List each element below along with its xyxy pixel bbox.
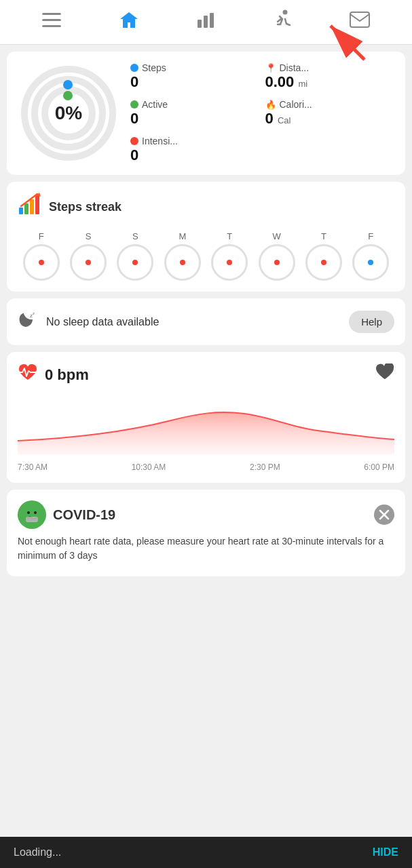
sleep-text: No sleep data available — [46, 316, 341, 328]
streak-title: Steps streak — [49, 200, 121, 214]
svg-point-22 — [34, 511, 37, 514]
streak-day-1: S — [70, 231, 107, 281]
bottom-bar: Loading... HIDE — [0, 837, 412, 868]
hr-header: 0 bpm — [18, 363, 394, 387]
distance-value: 0.00 — [265, 73, 295, 90]
intensity-value: 0 — [130, 146, 260, 164]
heart-rate-card: 0 bpm 7:30 AM 10:30 AM 2:30 PM 6:00 PM — [7, 352, 405, 483]
top-nav — [0, 0, 412, 45]
steps-dot — [130, 64, 138, 72]
svg-rect-14 — [24, 203, 29, 214]
intensity-dot — [130, 137, 138, 145]
hr-time-1: 7:30 AM — [18, 462, 48, 472]
home-icon[interactable] — [119, 10, 139, 34]
streak-day-6: T — [305, 231, 342, 281]
covid-icon — [18, 500, 46, 529]
favorite-heart-icon[interactable] — [375, 363, 394, 386]
loading-text: Loading... — [14, 846, 61, 859]
streak-day-0: F — [23, 231, 60, 281]
covid-close-button[interactable] — [374, 505, 394, 525]
hr-left: 0 bpm — [18, 363, 89, 387]
hr-time-2: 10:30 AM — [132, 462, 166, 472]
calories-label: Calori... — [280, 99, 312, 110]
svg-point-6 — [283, 10, 288, 15]
svg-rect-7 — [350, 12, 369, 27]
svg-rect-15 — [30, 199, 34, 214]
active-dot — [130, 100, 138, 108]
calories-icon: 🔥 — [265, 100, 276, 110]
covid-card: COVID-19 Not enough heart rate data, ple… — [7, 490, 405, 576]
chart-icon[interactable] — [196, 10, 215, 34]
svg-rect-2 — [42, 25, 61, 27]
streak-day-5: W — [259, 231, 295, 281]
distance-unit: mi — [298, 79, 307, 89]
intensity-label: Intensi... — [142, 136, 178, 146]
sleep-icon: z z — [18, 309, 38, 334]
activity-card: 0% Steps 0 📍 Dista... 0.00 mi Active — [7, 52, 405, 175]
svg-rect-0 — [42, 13, 61, 15]
distance-label: Dista... — [280, 62, 310, 73]
streak-days: F S S M T W — [18, 231, 394, 281]
active-label: Active — [142, 99, 168, 110]
svg-rect-1 — [42, 19, 61, 21]
streak-header: Steps streak — [18, 193, 394, 222]
sleep-card: z z No sleep data available Help — [7, 298, 405, 345]
streak-day-4: T — [211, 231, 248, 281]
svg-rect-3 — [198, 20, 202, 28]
svg-rect-16 — [35, 195, 39, 214]
mail-icon[interactable] — [350, 12, 370, 33]
hr-time-3: 2:30 PM — [250, 462, 280, 472]
svg-rect-4 — [204, 16, 208, 28]
menu-icon[interactable] — [42, 12, 61, 33]
hr-time-4: 6:00 PM — [364, 462, 394, 472]
intensity-stat: Intensi... 0 — [130, 136, 260, 164]
steps-value: 0 — [130, 73, 260, 91]
activity-percent: 0% — [55, 102, 82, 124]
svg-point-21 — [27, 511, 30, 514]
covid-title-row: COVID-19 — [18, 500, 115, 529]
progress-ring-container: 0% — [18, 62, 119, 164]
calories-unit: Cal — [278, 115, 291, 125]
svg-rect-13 — [19, 208, 23, 214]
hide-button[interactable]: HIDE — [373, 846, 398, 859]
streak-day-3: M — [164, 231, 201, 281]
distance-icon: 📍 — [265, 63, 276, 73]
steps-label: Steps — [142, 62, 166, 73]
hr-chart — [18, 393, 394, 454]
streak-day-7: F — [352, 231, 389, 281]
covid-header: COVID-19 — [18, 500, 394, 529]
hr-times: 7:30 AM 10:30 AM 2:30 PM 6:00 PM — [18, 462, 394, 472]
hr-value: 0 bpm — [45, 366, 89, 384]
svg-text:z: z — [33, 311, 35, 315]
distance-stat: 📍 Dista... 0.00 mi — [265, 62, 395, 91]
steps-streak-card: Steps streak F S S M T — [7, 182, 405, 292]
steps-stat: Steps 0 — [130, 62, 260, 91]
streak-icon — [18, 193, 42, 222]
run-icon[interactable] — [273, 9, 292, 35]
active-value: 0 — [130, 110, 260, 127]
heart-rate-icon — [18, 363, 38, 387]
calories-value: 0 — [265, 110, 274, 127]
covid-title: COVID-19 — [53, 507, 115, 523]
svg-rect-5 — [210, 13, 214, 28]
help-button[interactable]: Help — [349, 311, 394, 333]
calories-stat: 🔥 Calori... 0 Cal — [265, 99, 395, 127]
covid-description: Not enough heart rate data, please measu… — [18, 534, 394, 563]
streak-day-2: S — [117, 231, 153, 281]
active-stat: Active 0 — [130, 99, 260, 127]
stats-grid: Steps 0 📍 Dista... 0.00 mi Active 0 🔥 — [130, 62, 394, 164]
svg-rect-23 — [26, 517, 38, 522]
